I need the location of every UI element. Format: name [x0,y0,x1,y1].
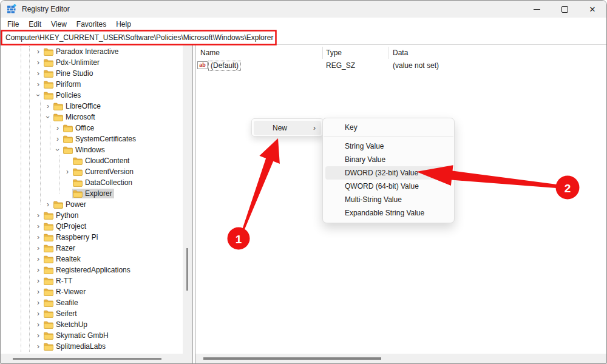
tree-row[interactable]: › Pdx-Unlimiter [1,57,183,68]
tree-item[interactable]: CurrentVersion [72,167,135,177]
expander-icon[interactable]: › [33,288,43,295]
expander-icon[interactable]: › [33,321,43,328]
expander-icon[interactable]: › [35,90,42,100]
tree-horizontal-scrollbar-thumb[interactable] [13,358,161,360]
expander-icon[interactable]: › [33,234,43,241]
context-menu-item[interactable]: DWORD (32-bit) Value [325,166,452,180]
tree-row[interactable]: › SystemCertificates [1,133,183,144]
tree-item[interactable]: Policies [43,90,83,100]
column-header-type[interactable]: Type [326,49,342,57]
context-menu-item[interactable]: Key [325,120,452,135]
tree-row[interactable]: › Seifert [1,308,183,319]
tree-item[interactable]: Seafile [43,298,80,308]
column-header-data[interactable]: Data [393,49,408,57]
menubar-item-file[interactable]: File [2,19,24,30]
tree-row[interactable]: › Policies [1,90,183,101]
expander-icon[interactable]: › [33,299,43,306]
tree-item[interactable]: Office [63,123,96,133]
column-separator[interactable] [388,47,388,59]
tree-item[interactable]: Explorer [72,189,114,198]
tree-row[interactable]: Explorer [1,188,183,199]
tree-row[interactable]: DataCollection [1,177,183,188]
tree-item[interactable]: Realtek [43,254,83,264]
tree-row[interactable]: › Raspberry Pi [1,232,183,243]
expander-icon[interactable]: › [33,70,43,77]
expander-icon[interactable]: › [33,343,43,350]
tree-row[interactable]: › Windows [1,144,183,155]
expander-icon[interactable]: › [53,135,63,143]
tree-item[interactable]: Raspberry Pi [43,232,100,242]
expander-icon[interactable]: › [33,212,43,219]
tree-row[interactable]: › Paradox Interactive [1,46,183,57]
expander-icon[interactable]: › [53,124,63,132]
tree-item[interactable]: Pine Studio [43,69,95,78]
expander-icon[interactable]: › [33,310,43,317]
tree-item[interactable]: Piriform [43,79,83,89]
context-menu-item[interactable]: String Value [325,140,452,153]
expander-icon[interactable]: › [33,48,43,55]
tree-row[interactable]: › SplitmediaLabs [1,341,183,352]
values-horizontal-scrollbar[interactable] [195,354,606,363]
tree-horizontal-scrollbar[interactable] [1,354,192,363]
table-row[interactable]: ab (Default) REG_SZ (value not set) [195,60,606,71]
tree-row[interactable]: › Python [1,210,183,221]
context-menu-item[interactable]: Binary Value [325,153,452,166]
tree-item[interactable]: Paradox Interactive [43,47,120,56]
expander-icon[interactable]: › [33,223,43,230]
menubar-item-edit[interactable]: Edit [24,19,46,30]
expander-icon[interactable]: › [33,255,43,263]
menubar-item-favorites[interactable]: Favorites [72,19,111,30]
expander-icon[interactable]: › [43,103,53,110]
tree-row[interactable]: › Seafile [1,297,183,308]
expander-icon[interactable]: › [33,81,43,88]
expander-icon[interactable]: › [54,145,61,155]
tree-item[interactable]: Razer [43,243,77,253]
expander-icon[interactable]: › [33,277,43,285]
tree-item[interactable]: Windows [63,145,107,155]
tree-item[interactable]: CloudContent [72,156,131,166]
tree-item[interactable]: Microsoft [53,112,97,122]
tree-vertical-scrollbar-thumb[interactable] [186,248,188,291]
tree-row[interactable]: › CurrentVersion [1,166,183,177]
column-separator[interactable] [322,47,323,59]
tree-item[interactable]: SketchUp [43,320,89,329]
expander-icon[interactable]: › [63,168,72,175]
expander-icon[interactable]: › [33,244,43,252]
tree-item[interactable]: DataCollection [72,178,134,187]
expander-icon[interactable]: › [33,59,43,66]
tree-row[interactable]: › LibreOffice [1,101,183,112]
context-menu-item-new[interactable]: New › [254,121,321,135]
tree-item[interactable]: Seifert [43,309,79,318]
minimize-button[interactable] [523,1,551,18]
tree-item[interactable]: Skymatic GmbH [43,331,110,340]
tree-vertical-scrollbar[interactable] [183,45,192,354]
value-name[interactable]: (Default) [208,61,241,71]
tree-row[interactable]: › Skymatic GmbH [1,330,183,341]
tree-row[interactable]: › Microsoft [1,112,183,123]
tree-row[interactable]: › Piriform [1,79,183,90]
tree-row[interactable]: › Pine Studio [1,68,183,79]
tree-row[interactable]: › Realtek [1,254,183,265]
tree-item[interactable]: Power [53,200,88,209]
expander-icon[interactable]: › [33,266,43,274]
tree-row[interactable]: › Office [1,123,183,133]
tree-row[interactable]: CloudContent [1,155,183,166]
context-menu-item[interactable]: Expandable String Value [325,206,452,220]
tree-item[interactable]: Python [43,211,80,220]
tree-item[interactable]: SystemCertificates [63,134,138,144]
expander-icon[interactable]: › [44,112,52,122]
menubar-item-view[interactable]: View [46,19,72,30]
tree-item[interactable]: QtProject [43,221,88,231]
context-menu-item[interactable]: Multi-String Value [325,193,452,206]
address-bar[interactable]: Computer\HKEY_CURRENT_USER\Software\Poli… [1,31,606,45]
column-header-name[interactable]: Name [200,49,220,57]
tree-item[interactable]: RegisteredApplications [43,265,132,275]
close-button[interactable]: ✕ [578,1,606,18]
tree-row[interactable]: › RegisteredApplications [1,265,183,275]
tree-item[interactable]: R-TT [43,276,74,286]
maximize-button[interactable] [551,1,578,18]
tree-row[interactable]: › R-TT [1,275,183,286]
tree-row[interactable]: › Razer [1,243,183,254]
tree-row[interactable]: › QtProject [1,221,183,232]
values-horizontal-scrollbar-thumb[interactable] [203,357,381,360]
